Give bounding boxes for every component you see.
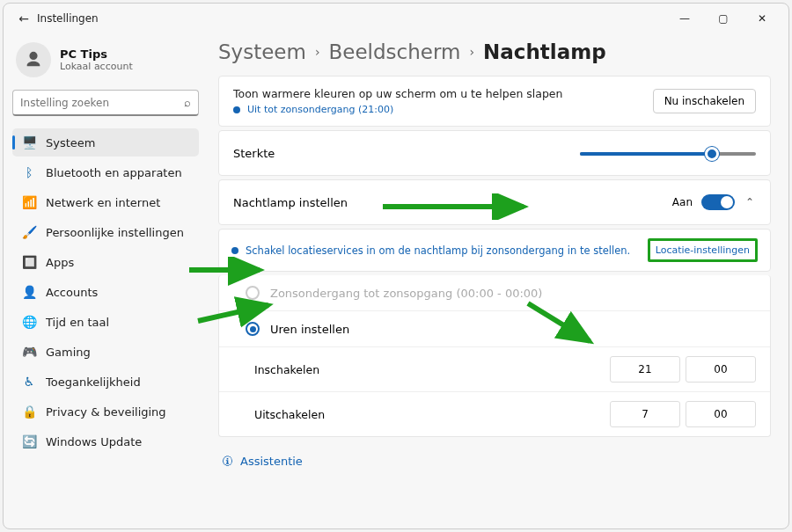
crumb-display[interactable]: Beeldscherm [329,40,461,63]
sidebar-item-accounts[interactable]: 👤Accounts [12,278,199,306]
get-help-link[interactable]: 🛈 Assistentie [218,441,771,482]
nightlight-desc: Toon warmere kleuren op uw scherm om u t… [233,87,653,100]
search-icon: ⌕ [184,96,191,109]
nav-icon: 👤 [21,285,37,299]
nav-icon: ♿ [21,375,37,389]
info-dot-icon [231,247,238,254]
breadcrumb: Systeem › Beeldscherm › Nachtlamp [218,37,771,76]
chevron-right-icon: › [469,45,474,59]
schedule-row[interactable]: Nachtlamp instellen Aan ⌃ [219,180,770,224]
status-dot-icon [233,106,240,113]
nav-label: Apps [46,256,74,269]
nightlight-status: Uit tot zonsondergang (21:00) [247,104,393,115]
user-icon [24,50,43,69]
location-banner-text: Schakel locatieservices in om de nachtla… [246,244,648,257]
help-icon: 🛈 [222,455,233,468]
nav-label: Privacy & beveiliging [46,405,166,419]
option-hours-label: Uren instellen [270,323,349,336]
sidebar-item-toegankelijkheid[interactable]: ♿Toegankelijkheid [12,368,199,396]
sidebar-item-persoonlijke-instellingen[interactable]: 🖌️Persoonlijke instellingen [12,218,199,246]
nav-label: Windows Update [46,435,142,448]
nav-label: Netwerk en internet [46,196,160,209]
turn-on-hour[interactable]: 21 [610,356,680,383]
turn-on-now-button[interactable]: Nu inschakelen [653,89,756,113]
minimize-button[interactable]: — [665,5,704,32]
avatar [16,42,51,77]
back-button[interactable]: ← [11,11,37,26]
sidebar-item-privacy-beveiliging[interactable]: 🔒Privacy & beveiliging [12,397,199,426]
sidebar-item-windows-update[interactable]: 🔄Windows Update [12,427,199,455]
nav-icon: 🖌️ [21,225,37,239]
sidebar-item-systeem[interactable]: 🖥️Systeem [12,128,199,157]
sidebar-item-netwerk-en-internet[interactable]: 📶Netwerk en internet [12,188,199,216]
nav-label: Bluetooth en apparaten [46,166,182,179]
nav-icon: 🎮 [21,345,37,359]
nav-label: Systeem [46,136,95,149]
window-title: Instellingen [37,12,99,25]
account-name: PC Tips [60,47,133,61]
chevron-up-icon[interactable]: ⌃ [744,196,756,208]
search-input[interactable] [20,97,184,109]
schedule-label: Nachtlamp instellen [233,196,672,209]
nav-icon: 📶 [21,195,37,209]
nav-label: Gaming [46,346,91,359]
nav-icon: 🔲 [21,255,37,269]
location-settings-button[interactable]: Locatie-instellingen [648,238,758,262]
account-subtitle: Lokaal account [60,61,133,72]
nav-icon: 🌐 [21,315,37,329]
nav-icon: 🔄 [21,434,37,448]
turn-off-hour[interactable]: 7 [610,401,680,427]
turn-on-minute[interactable]: 00 [686,356,756,383]
sidebar-item-gaming[interactable]: 🎮Gaming [12,338,199,366]
sidebar-item-bluetooth-en-apparaten[interactable]: ᛒBluetooth en apparaten [12,158,199,186]
nav-label: Accounts [46,286,98,299]
strength-label: Sterkte [233,147,580,160]
nav-label: Tijd en taal [46,316,109,329]
option-sunset-sunrise: Zonsondergang tot zonsopgang (00:00 - 00… [219,275,770,310]
nav-icon: ᛒ [21,165,37,179]
nav-label: Persoonlijke instellingen [46,226,184,239]
nav-icon: 🖥️ [21,135,37,149]
crumb-system[interactable]: Systeem [218,40,306,63]
option-set-hours[interactable]: Uren instellen [219,310,770,346]
close-button[interactable]: ✕ [743,5,781,32]
assist-label: Assistentie [240,455,303,468]
radio-checked-icon [246,322,260,336]
nav-label: Toegankelijkheid [46,375,141,389]
option-sunset-label: Zonsondergang tot zonsopgang (00:00 - 00… [270,287,542,300]
turn-on-label: Inschakelen [254,363,319,376]
turn-off-label: Uitschakelen [254,408,325,421]
radio-unchecked-icon [246,286,260,300]
sidebar-item-apps[interactable]: 🔲Apps [12,248,199,276]
turn-off-minute[interactable]: 00 [686,401,756,427]
sidebar-item-tijd-en-taal[interactable]: 🌐Tijd en taal [12,308,199,336]
maximize-button[interactable]: ▢ [704,5,743,32]
nav-icon: 🔒 [21,404,37,419]
search-box[interactable]: ⌕ [12,90,199,116]
schedule-state: Aan [672,196,693,208]
chevron-right-icon: › [315,45,320,59]
schedule-toggle[interactable] [701,194,735,210]
crumb-nightlight: Nachtlamp [483,40,606,63]
strength-slider[interactable] [580,144,756,162]
account-block[interactable]: PC Tips Lokaal account [12,39,199,90]
